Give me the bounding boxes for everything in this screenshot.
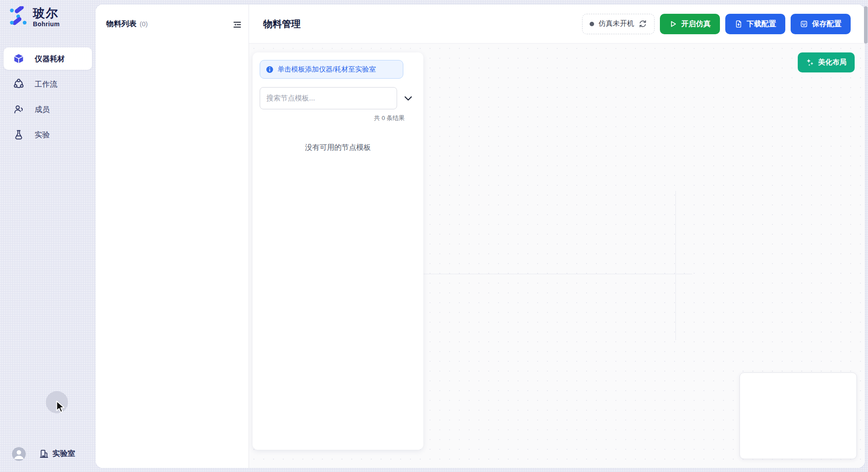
empty-template-message: 没有可用的节点模板 xyxy=(260,143,416,152)
sparkles-icon xyxy=(806,58,814,67)
chevron-down-icon[interactable] xyxy=(400,90,416,106)
template-hint-banner: 单击模板添加仪器/耗材至实验室 xyxy=(260,60,403,79)
materials-list-header: 物料列表 (0) xyxy=(106,19,148,29)
start-simulation-label: 开启仿真 xyxy=(681,19,711,29)
lab-label: 实验室 xyxy=(52,448,75,459)
sidebar-item-label: 工作流 xyxy=(35,79,57,89)
node-template-panel: 单击模板添加仪器/耗材至实验室 共 0 条结果 没有可用的节点模板 xyxy=(253,52,423,450)
status-dot-icon xyxy=(590,22,594,26)
materials-list-panel: 物料列表 (0) xyxy=(96,4,249,468)
download-file-icon xyxy=(735,20,743,28)
beautify-layout-label: 美化布局 xyxy=(818,58,847,67)
search-input[interactable] xyxy=(260,87,397,109)
user-avatar[interactable] xyxy=(12,447,26,461)
panel-fold-icon[interactable] xyxy=(232,19,242,30)
workflow-icon xyxy=(13,79,24,89)
brand-name-zh: 玻尔 xyxy=(33,7,60,20)
sidebar-item-workflow[interactable]: 工作流 xyxy=(4,73,92,95)
sidebar-item-experiments[interactable]: 实验 xyxy=(4,124,92,146)
info-icon xyxy=(266,66,273,73)
template-search-row xyxy=(260,87,416,109)
sidebar-item-label: 实验 xyxy=(35,130,50,140)
save-config-button[interactable]: 保存配置 xyxy=(791,14,851,34)
sidebar-item-instruments[interactable]: 仪器耗材 xyxy=(4,48,92,70)
sidebar-item-label: 成员 xyxy=(35,104,50,115)
sidebar-nav: 仪器耗材 工作流 成员 xyxy=(4,48,92,146)
refresh-icon[interactable] xyxy=(639,20,647,28)
canvas-guide-horizontal xyxy=(422,274,692,274)
sidebar-item-laboratory[interactable]: 实验室 xyxy=(39,448,75,459)
brand-name-en: Bohrium xyxy=(33,21,60,28)
simulation-status-label: 仿真未开机 xyxy=(599,19,634,28)
download-config-button[interactable]: 下载配置 xyxy=(725,14,785,34)
template-hint-text: 单击模板添加仪器/耗材至实验室 xyxy=(277,65,376,74)
materials-list-count: (0) xyxy=(140,20,148,28)
page-header: 物料管理 仿真未开机 xyxy=(249,4,865,44)
play-icon xyxy=(669,20,677,28)
experiment-icon xyxy=(13,129,24,140)
sidebar-item-members[interactable]: 成员 xyxy=(4,98,92,120)
bohrium-logo-icon xyxy=(8,6,28,28)
save-config-label: 保存配置 xyxy=(812,19,841,29)
download-config-label: 下载配置 xyxy=(747,19,776,29)
cube-icon xyxy=(13,53,24,64)
save-layout-icon xyxy=(800,20,808,28)
canvas-guide-vertical xyxy=(675,191,676,340)
mouse-cursor xyxy=(56,400,67,416)
canvas-minimap[interactable] xyxy=(739,372,857,459)
page-title: 物料管理 xyxy=(263,18,301,30)
simulation-status-pill[interactable]: 仿真未开机 xyxy=(582,14,655,34)
members-icon xyxy=(13,104,24,115)
materials-list-title: 物料列表 xyxy=(106,19,137,29)
building-icon xyxy=(39,449,49,459)
beautify-layout-button[interactable]: 美化布局 xyxy=(798,52,855,72)
sidebar-footer: 实验室 xyxy=(0,446,96,462)
page-scrollbar-thumb[interactable] xyxy=(864,6,868,44)
search-result-count: 共 0 条结果 xyxy=(260,114,416,122)
flow-canvas[interactable]: 单击模板添加仪器/耗材至实验室 共 0 条结果 没有可用的节点模板 xyxy=(249,44,865,468)
sidebar-item-label: 仪器耗材 xyxy=(35,54,65,64)
start-simulation-button[interactable]: 开启仿真 xyxy=(660,14,720,34)
sidebar: 玻尔 Bohrium 仪器耗材 工作流 xyxy=(0,0,96,472)
brand[interactable]: 玻尔 Bohrium xyxy=(8,6,60,28)
main-container: 物料列表 (0) 物料管理 仿真未开机 xyxy=(96,4,865,468)
